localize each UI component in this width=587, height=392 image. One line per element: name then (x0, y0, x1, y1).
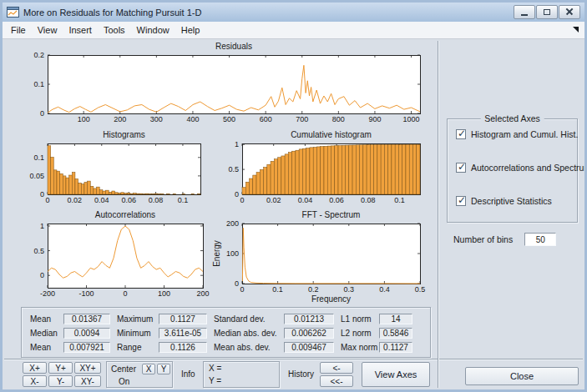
svg-text:0.4: 0.4 (379, 285, 390, 294)
history-back-all-button[interactable]: <<- (320, 375, 353, 387)
autocorrelations-plot[interactable]: -200-100010020000.51Autocorrelations (17, 207, 214, 304)
stat-label: Median (30, 329, 63, 338)
stat-label: Maximum (117, 314, 159, 324)
stat-value: 0.01213 (284, 314, 334, 324)
svg-text:1: 1 (40, 222, 44, 230)
svg-text:Residuals: Residuals (215, 42, 252, 51)
statistics-panel: Mean 0.01367 Maximum 0.1127 Standard dev… (21, 307, 431, 358)
residuals-plot[interactable]: 100200300400500600700800900100000.10.2Re… (17, 39, 431, 128)
number-of-bins-row: Number of bins 50 (453, 233, 556, 246)
zoom-xy-plus-button[interactable]: XY+ (74, 362, 101, 374)
stat-value: 0.0094 (63, 328, 110, 339)
svg-text:0: 0 (235, 190, 239, 199)
svg-text:900: 900 (368, 115, 381, 123)
menu-help[interactable]: Help (175, 23, 206, 37)
svg-text:0.08: 0.08 (149, 196, 164, 204)
svg-text:0: 0 (240, 285, 244, 294)
checkbox-label: Histogram and Cumul. Hist. (471, 129, 578, 139)
svg-text:0.06: 0.06 (121, 196, 136, 204)
svg-text:0.06: 0.06 (329, 196, 344, 204)
svg-text:0.1: 0.1 (33, 153, 44, 162)
zoom-y-minus-button[interactable]: Y- (48, 375, 73, 387)
center-x-button[interactable]: X (142, 364, 155, 374)
checkbox-descriptive-stats[interactable]: Descriptive Statistics (456, 196, 552, 206)
window-controls (514, 5, 580, 19)
window-icon (7, 7, 19, 18)
stat-label: L1 norm (341, 314, 379, 324)
menu-view[interactable]: View (32, 23, 63, 37)
stat-value: 0.009467 (284, 342, 334, 353)
info-x-label: X = (209, 364, 221, 373)
menubar: File View Insert Tools Window Help (3, 22, 584, 39)
stat-value: 0.006262 (284, 328, 334, 339)
minimize-icon (521, 14, 528, 16)
svg-text:0.04: 0.04 (94, 196, 109, 204)
checkbox-label: Autocorrelations and Spectrum (471, 163, 587, 173)
maximize-button[interactable] (536, 5, 558, 19)
svg-text:0.5: 0.5 (228, 165, 239, 173)
stat-label: Standard dev. (214, 314, 284, 324)
minimize-button[interactable] (514, 5, 535, 19)
checkbox-icon[interactable] (456, 163, 466, 173)
svg-text:0.5: 0.5 (33, 247, 44, 255)
svg-text:0.2: 0.2 (308, 285, 319, 294)
svg-text:1: 1 (235, 140, 239, 148)
histogram-plot[interactable]: 00.020.040.060.080.100.050.1Histograms (17, 127, 211, 206)
menu-window[interactable]: Window (131, 23, 175, 37)
svg-text:0.02: 0.02 (266, 196, 281, 204)
cumulative-histogram-plot[interactable]: 00.020.040.060.080.100.51Cumulative hist… (211, 127, 431, 206)
svg-text:0.08: 0.08 (361, 196, 376, 204)
zoom-x-plus-button[interactable]: X+ (23, 362, 47, 374)
svg-text:FFT - Spectrum: FFT - Spectrum (302, 210, 361, 219)
close-button[interactable]: Close (465, 367, 579, 385)
menu-insert[interactable]: Insert (63, 23, 98, 37)
history-back-button[interactable]: <- (320, 362, 353, 374)
svg-text:0: 0 (40, 190, 44, 199)
stat-value: 0.1127 (159, 314, 207, 324)
fft-spectrum-plot[interactable]: 00.10.20.30.40.50100200FFT - SpectrumFre… (211, 207, 431, 304)
svg-text:0.1: 0.1 (272, 285, 283, 294)
window-title: More on Residuals for Matching Pursuit 1… (23, 8, 201, 18)
svg-text:700: 700 (296, 115, 308, 123)
info-group: X = Y = (203, 361, 280, 388)
stats-row: Median 0.0094 Minimum 3.611e-05 Median a… (30, 327, 412, 339)
center-label: Center (111, 364, 136, 374)
checkbox-autocorr-spectrum[interactable]: Autocorrelations and Spectrum (456, 163, 587, 173)
zoom-xy-minus-button[interactable]: XY- (74, 375, 101, 387)
stat-label: Mean (30, 343, 63, 352)
center-y-button[interactable]: Y (157, 364, 170, 374)
svg-text:500: 500 (223, 115, 235, 123)
svg-text:300: 300 (150, 115, 163, 123)
dock-arrow-icon[interactable] (573, 27, 579, 33)
checkbox-histogram-cumul[interactable]: Histogram and Cumul. Hist. (456, 129, 578, 139)
svg-text:Cumulative histogram: Cumulative histogram (291, 130, 372, 139)
stats-row: Mean 0.01367 Maximum 0.1127 Standard dev… (30, 313, 412, 324)
svg-text:Histograms: Histograms (103, 130, 145, 139)
svg-text:200: 200 (226, 219, 239, 228)
svg-text:600: 600 (260, 115, 272, 123)
stat-label: Max norm (341, 343, 379, 352)
stat-value: 0.007921 (63, 342, 110, 353)
titlebar[interactable]: More on Residuals for Matching Pursuit 1… (3, 3, 584, 22)
svg-text:0.02: 0.02 (68, 196, 83, 204)
zoom-y-plus-button[interactable]: Y+ (48, 362, 73, 374)
svg-text:Frequency: Frequency (311, 294, 351, 304)
menu-tools[interactable]: Tools (98, 23, 131, 37)
svg-text:100: 100 (78, 115, 90, 123)
checkbox-icon[interactable] (456, 196, 466, 206)
svg-text:100: 100 (158, 289, 170, 298)
stat-value: 14 (379, 314, 412, 324)
stat-value: 0.1126 (159, 342, 207, 353)
stat-value: 0.5846 (379, 328, 412, 339)
checkbox-icon[interactable] (456, 129, 466, 139)
svg-text:100: 100 (226, 249, 239, 258)
close-window-button[interactable] (559, 5, 580, 19)
svg-text:0.5: 0.5 (415, 285, 426, 294)
stat-value: 3.611e-05 (159, 328, 207, 339)
number-of-bins-input[interactable]: 50 (524, 233, 556, 246)
zoom-x-minus-button[interactable]: X- (23, 375, 47, 387)
svg-text:0: 0 (235, 279, 239, 288)
menu-file[interactable]: File (5, 23, 32, 37)
maximize-icon (544, 9, 550, 15)
view-axes-button[interactable]: View Axes (362, 362, 430, 387)
